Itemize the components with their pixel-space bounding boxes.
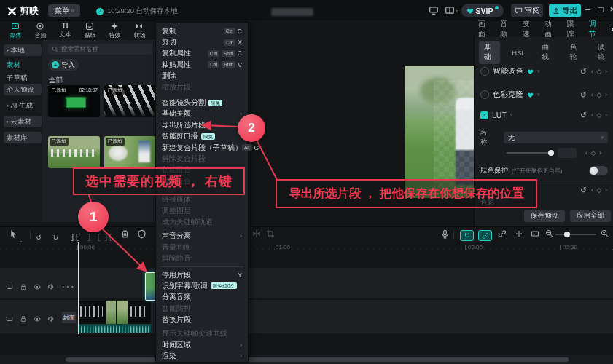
media-thumbnail[interactable]: 已添加 [48,136,100,168]
preview-frame-icon[interactable] [531,229,539,238]
menu-item-删除[interactable]: 删除 [156,71,248,82]
svip-button[interactable]: SVIP [461,4,504,17]
slider-thumb[interactable] [548,150,554,156]
timeline-zoom-slider[interactable] [555,234,596,235]
video-clip[interactable] [128,301,151,324]
save-preset-button[interactable]: 保存预设 [524,210,565,222]
subtab-基础[interactable]: 基础 [479,41,500,64]
menu-item-分离音频[interactable]: 分离音频 [156,292,248,303]
checkbox-icon[interactable] [480,67,489,76]
close-icon[interactable]: × [607,4,613,15]
zoom-in-icon[interactable] [601,229,609,237]
audio-waveform[interactable] [78,324,151,333]
delete-icon[interactable] [120,229,130,239]
media-thumbnail[interactable]: 已添加 [104,136,156,168]
review-button[interactable]: 审阅 [511,4,543,17]
slider-thumb[interactable] [564,232,570,237]
monitor-icon[interactable] [429,5,439,15]
menu-button[interactable]: 菜单 ▿ [48,4,80,17]
keyframe-nav-icons[interactable]: ‹ ◇ › [591,68,608,75]
minimize-icon[interactable]: – [582,4,593,15]
inspector-tab-调节[interactable]: 调节 [589,19,603,39]
lock-icon[interactable] [20,315,27,323]
sidebar-item-个人预设[interactable]: 个人预设 [4,84,42,95]
menu-item-渲染[interactable]: 渲染› [156,351,248,362]
playhead[interactable] [78,242,79,334]
sidebar-item-素材库[interactable]: 素材库 [4,132,42,143]
microphone-icon[interactable] [440,229,450,239]
track-type-icon[interactable] [6,283,13,290]
inspector-tab-变速[interactable]: 变速 [523,19,536,39]
more-icon[interactable]: ··· [61,312,75,325]
timeline-ruler[interactable]: 00:0001:0002:0002:30 [0,242,613,253]
lut-select[interactable]: 无 ▿ [504,132,608,143]
horizontal-scrollbar[interactable] [66,357,569,362]
tab-特效[interactable]: 特效 [102,21,127,40]
split-right-icon[interactable]: ][ [104,229,113,242]
import-button[interactable]: + 导入 [48,59,79,71]
sidebar-item-素材[interactable]: 素材 [4,59,42,71]
eye-icon[interactable] [34,315,41,323]
tab-媒体[interactable]: 媒体 [3,21,28,40]
speaker-icon[interactable] [47,315,55,323]
tab-音频[interactable]: 音频 [28,21,52,40]
menu-item-基础美颜[interactable]: 基础美颜› [156,108,248,119]
sidebar-item-云素材[interactable]: ▸云素材 [4,116,42,127]
track-type-icon[interactable] [6,315,13,323]
video-clip[interactable] [78,301,106,324]
subtab-曲线[interactable]: 曲线 [537,41,558,64]
freeze-icon[interactable] [137,229,147,239]
undo-icon[interactable]: ↺ [36,229,42,242]
inspector-tab-音频[interactable]: 音频 [500,19,514,39]
video-clip[interactable] [117,301,128,324]
mirror-icon[interactable] [252,229,261,238]
menu-item-智能镜头分割[interactable]: 智能镜头分割限免 [156,97,248,108]
inspector-tab-跟踪[interactable]: 跟踪 [566,19,580,39]
media-thumbnail[interactable]: 已添加02:18:07 [48,85,100,117]
main-track-magnet-icon[interactable] [460,230,474,241]
menu-item-export[interactable]: 导出所选片段 [156,119,248,130]
crop-icon[interactable] [266,229,275,238]
tab-文本[interactable]: TI文本 [52,21,77,40]
menu-item-粘贴属性[interactable]: 粘贴属性CtrlShiftV [156,59,248,70]
lut-intensity-value[interactable] [558,148,577,158]
keyframe-nav-icons[interactable]: ‹ ◇ › [591,91,608,98]
export-button[interactable]: 导出 [549,4,581,17]
auto-attach-icon[interactable] [478,230,492,241]
inspector-tab-画面[interactable]: 画面 [478,19,492,39]
menu-item-复制[interactable]: 复制CtrlC [156,25,248,36]
filter-all-label[interactable]: 全部 [49,76,63,85]
checkbox-checked-icon[interactable]: ✓ [480,111,488,119]
sidebar-item-本地[interactable]: ▸本地 [4,44,42,56]
reset-icon[interactable]: ↺ [580,186,587,195]
keyframe-nav-icons[interactable]: ‹ ◇ › [591,186,608,194]
chevron-down-icon[interactable]: ▿ [510,112,513,118]
speaker-icon[interactable] [47,283,55,290]
main-track-clips[interactable] [78,301,151,324]
maximize-icon[interactable]: □ [596,4,606,15]
sidebar-item-AI 生成[interactable]: ▸AI 生成 [4,100,42,111]
cursor-icon[interactable] [9,229,18,239]
menu-item-识别字幕/歌词[interactable]: 识别字幕/歌词限免±20次 [156,280,248,291]
zoom-out-icon[interactable] [545,229,553,237]
split-icon[interactable]: ][ [70,229,79,242]
skin-protect-toggle[interactable] [589,166,608,175]
keyframe-nav-icons[interactable]: ‹ ◇ › [591,111,608,119]
link-icon[interactable] [498,229,507,238]
checkbox-icon[interactable] [480,90,489,99]
layout-icon[interactable]: ▿ [445,5,458,15]
menu-item-时间区域[interactable]: 时间区域› [156,339,248,350]
keyframe-nav-icons[interactable]: ‹ ◇ › [585,149,602,157]
chevron-down-icon[interactable]: ▿ [537,68,540,74]
menu-item-新建复合片段（子草稿）[interactable]: 新建复合片段（子草稿）AltG [156,142,248,153]
media-thumbnail[interactable]: 已添加 [104,85,156,117]
video-clip[interactable] [106,301,117,324]
subtab-色轮[interactable]: 色轮 [565,41,586,64]
eye-icon[interactable] [34,283,41,290]
menu-item-声音分离[interactable]: 声音分离› [156,231,248,242]
overlap-icon[interactable] [515,229,523,238]
subtab-HSL[interactable]: HSL [507,47,530,59]
lut-intensity-slider[interactable] [507,152,552,154]
tab-转场[interactable]: 转场 [127,21,152,40]
apply-all-button[interactable]: 应用全部 [570,210,611,222]
